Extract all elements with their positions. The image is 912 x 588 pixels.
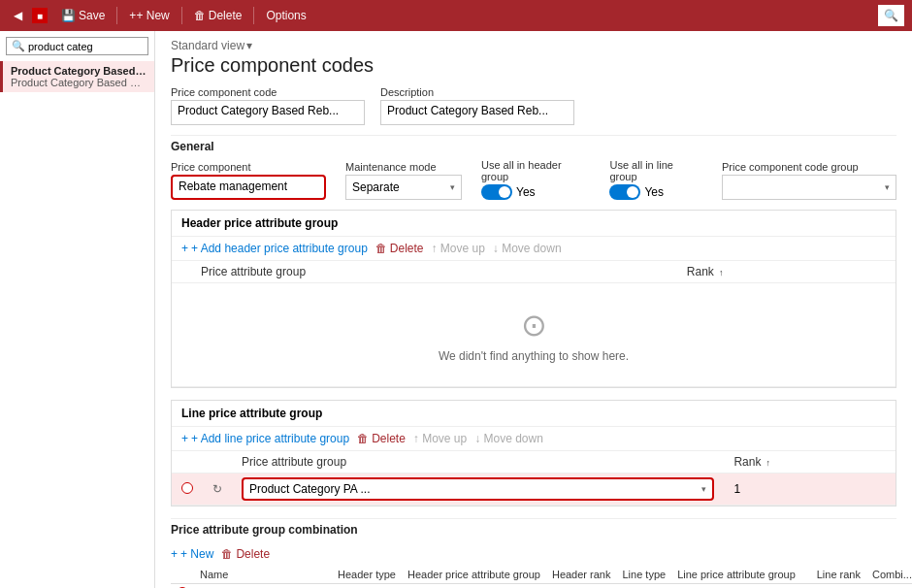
header-col-rank: Rank ↑ bbox=[677, 261, 896, 283]
use-line-value: Yes bbox=[644, 185, 664, 199]
line-add-button[interactable]: + + Add line price attribute group bbox=[181, 432, 349, 445]
use-header-value: Yes bbox=[516, 185, 536, 199]
separator-2 bbox=[181, 7, 182, 24]
combination-section: Price attribute group combination + + Ne… bbox=[171, 518, 896, 588]
search-box[interactable]: 🔍 bbox=[6, 37, 148, 55]
line-sync-cell: ↻ bbox=[203, 474, 232, 506]
combo-line-type-0: Group ▾ bbox=[616, 584, 671, 589]
header-move-up-button[interactable]: ↑ Move up bbox=[432, 242, 485, 255]
code-group-arrow-icon: ▾ bbox=[885, 182, 890, 192]
combo-row-0[interactable]: All-Product Category PA ... All ▾ 0 Grou… bbox=[171, 584, 912, 589]
nav-item-sub-0: Product Category Based Rebate bbox=[11, 77, 147, 88]
combo-header-type-0: All ▾ bbox=[332, 584, 402, 589]
save-button[interactable]: 💾 Save bbox=[55, 7, 111, 24]
combo-th-line-type: Line type bbox=[616, 566, 671, 584]
code-group-field: Price component code group ▾ bbox=[722, 161, 896, 200]
delete-button[interactable]: 🗑 Delete bbox=[188, 7, 248, 24]
header-add-button[interactable]: + + Add header price attribute group bbox=[181, 242, 368, 255]
combo-line-attr-0: Product Category PA ... ▾ bbox=[671, 584, 811, 589]
desc-input[interactable]: Product Category Based Reb... bbox=[380, 100, 574, 125]
code-group-label: Price component code group bbox=[722, 161, 896, 173]
header-delete-icon: 🗑 bbox=[375, 242, 387, 255]
search-input[interactable] bbox=[28, 41, 143, 52]
line-dropdown-arrow-icon: ▾ bbox=[701, 484, 706, 494]
use-header-toggle-row: Yes bbox=[481, 184, 590, 200]
combo-radio-0 bbox=[171, 584, 194, 589]
line-radio-button[interactable] bbox=[181, 482, 193, 494]
delete-icon: 🗑 bbox=[194, 9, 206, 22]
use-line-label: Use all in line group bbox=[609, 159, 702, 182]
combo-delete-button[interactable]: 🗑 Delete bbox=[221, 547, 270, 561]
use-line-toggle[interactable] bbox=[609, 184, 640, 200]
line-rank-cell: 1 bbox=[724, 474, 896, 506]
line-attr-title: Line price attribute group bbox=[172, 401, 896, 427]
combo-th-header-type: Header type bbox=[332, 566, 402, 584]
back-button[interactable]: ◀ bbox=[8, 7, 28, 24]
header-move-down-button[interactable]: ↓ Move down bbox=[493, 242, 562, 255]
new-button[interactable]: + + New bbox=[123, 7, 175, 24]
combo-name-0: All-Product Category PA ... bbox=[194, 584, 332, 589]
line-group-cell: Product Category PA ... ▾ bbox=[232, 474, 724, 506]
line-col-radio bbox=[172, 451, 203, 474]
header-col-radio bbox=[172, 261, 191, 283]
header-empty-state: ⊙ We didn't find anything to show here. bbox=[181, 287, 886, 382]
combo-header-attr-0 bbox=[402, 584, 546, 589]
combination-title: Price attribute group combination bbox=[171, 518, 896, 537]
nav-item-title-0: Product Category Based Reb... bbox=[11, 65, 147, 77]
line-attr-row[interactable]: ↻ Product Category PA ... ▾ 1 bbox=[172, 474, 896, 506]
use-line-toggle-row: Yes bbox=[609, 184, 702, 200]
line-attr-section: Line price attribute group + + Add line … bbox=[171, 400, 896, 506]
page-title: Price component codes bbox=[171, 54, 896, 77]
combo-th-header-attr: Header price attribute group bbox=[402, 566, 546, 584]
separator-3 bbox=[253, 7, 254, 24]
header-delete-button[interactable]: 🗑 Delete bbox=[375, 242, 424, 255]
add-icon: + bbox=[181, 242, 188, 255]
line-attr-toolbar: + + Add line price attribute group 🗑 Del… bbox=[172, 427, 896, 451]
back-icon: ◀ bbox=[14, 9, 22, 22]
combination-table: Name Header type Header price attribute … bbox=[171, 566, 912, 588]
empty-icon: ⊙ bbox=[521, 307, 547, 343]
line-move-down-button[interactable]: ↓ Move down bbox=[474, 432, 543, 445]
search-icon-left: 🔍 bbox=[12, 40, 25, 52]
search-bar[interactable]: 🔍 bbox=[878, 5, 904, 26]
maintenance-mode-field: Maintenance mode Separate ▾ bbox=[345, 161, 462, 200]
combo-new-icon: + bbox=[171, 547, 178, 561]
code-group-input[interactable]: ▾ bbox=[722, 175, 896, 200]
nav-item-0[interactable]: Product Category Based Reb... Product Ca… bbox=[0, 61, 154, 92]
maintenance-mode-select[interactable]: Separate ▾ bbox=[345, 175, 462, 200]
standard-view[interactable]: Standard view ▾ bbox=[171, 39, 896, 52]
combo-combi-0: 1 bbox=[866, 584, 912, 589]
search-icon: 🔍 bbox=[884, 9, 898, 22]
use-header-label: Use all in header group bbox=[481, 159, 590, 182]
line-move-up-button[interactable]: ↑ Move up bbox=[413, 432, 467, 445]
combo-new-button[interactable]: + + New bbox=[171, 547, 213, 561]
rank-sort-icon: ↑ bbox=[719, 268, 724, 278]
combo-th-header-rank: Header rank bbox=[546, 566, 617, 584]
header-col-group: Price attribute group bbox=[191, 261, 677, 283]
general-section-title: General bbox=[171, 135, 896, 153]
price-component-input[interactable]: Rebate management bbox=[171, 175, 326, 200]
use-header-toggle[interactable] bbox=[481, 184, 512, 200]
use-header-field: Use all in header group Yes bbox=[481, 159, 590, 200]
combo-line-rank-0: 1 bbox=[811, 584, 866, 589]
desc-label: Description bbox=[380, 86, 574, 98]
sync-icon: ↻ bbox=[212, 482, 222, 496]
options-button[interactable]: Options bbox=[260, 7, 311, 24]
maintenance-arrow-icon: ▾ bbox=[450, 182, 455, 192]
line-radio-cell bbox=[172, 474, 203, 506]
header-attr-toolbar: + + Add header price attribute group 🗑 D… bbox=[172, 237, 896, 261]
chevron-down-icon: ▾ bbox=[246, 39, 252, 52]
header-attr-section: Header price attribute group + + Add hea… bbox=[171, 210, 896, 388]
main-layout: 🔍 Product Category Based Reb... Product … bbox=[0, 31, 912, 588]
header-fields: Price component code Product Category Ba… bbox=[171, 86, 896, 125]
line-group-dropdown[interactable]: Product Category PA ... ▾ bbox=[242, 477, 714, 501]
app-icon: ■ bbox=[32, 8, 48, 23]
toolbar: ◀ ■ 💾 Save + + New 🗑 Delete Options 🔍 bbox=[0, 0, 912, 31]
header-attr-table: Price attribute group Rank ↑ ⊙ We bbox=[172, 261, 896, 387]
header-attr-title: Header price attribute group bbox=[172, 211, 896, 237]
line-col-group: Price attribute group bbox=[232, 451, 724, 474]
combo-th-name: Name bbox=[194, 566, 332, 584]
code-input[interactable]: Product Category Based Reb... bbox=[171, 100, 365, 125]
line-delete-button[interactable]: 🗑 Delete bbox=[357, 432, 406, 445]
separator-1 bbox=[116, 7, 117, 24]
